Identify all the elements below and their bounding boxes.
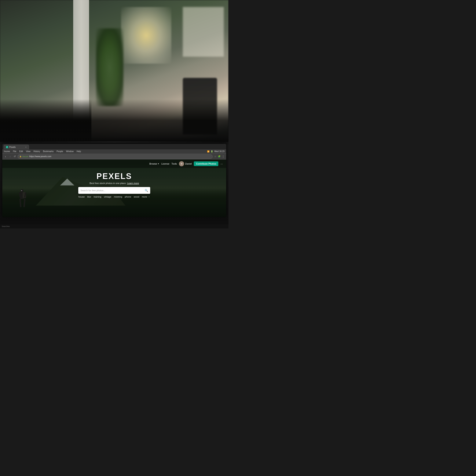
more-options-icon[interactable]: ⋮ bbox=[221, 155, 225, 158]
background-photo bbox=[0, 0, 228, 142]
wifi-icon: 📶 bbox=[207, 151, 209, 153]
browse-chevron-icon: ▼ bbox=[158, 163, 159, 165]
forward-button[interactable]: › bbox=[8, 155, 12, 158]
search-placeholder: Search for free photos... bbox=[80, 189, 143, 192]
menubar-right: 📶 🔋 Wed 16:15 bbox=[207, 150, 224, 153]
pexels-navbar: Browse ▼ License Tools D Daniel Contribu… bbox=[2, 159, 226, 168]
tab-favicon: P bbox=[6, 146, 8, 148]
toolbar-icons: ☆ 🧩 ⋮ bbox=[213, 155, 225, 158]
menu-view[interactable]: View bbox=[26, 150, 31, 153]
tag-training[interactable]: training bbox=[94, 195, 101, 198]
contribute-photos-button[interactable]: Contribute Photos bbox=[194, 161, 218, 166]
hero-subtitle: Best free stock photos in one place. Lea… bbox=[89, 182, 139, 185]
tag-wood[interactable]: wood bbox=[134, 195, 139, 198]
menu-history[interactable]: History bbox=[34, 150, 40, 153]
tag-more[interactable]: more → bbox=[142, 195, 150, 198]
clock: Wed 16:15 bbox=[214, 150, 224, 153]
bookmark-icon[interactable]: ☆ bbox=[213, 155, 217, 158]
url-text: https://www.pexels.com bbox=[29, 155, 51, 158]
avatar: D bbox=[179, 161, 184, 166]
browse-label: Browse bbox=[149, 162, 157, 165]
back-button[interactable]: ‹ bbox=[4, 155, 7, 158]
search-icon[interactable]: 🔍 bbox=[145, 189, 148, 192]
secure-icon: 🔒 bbox=[19, 155, 22, 157]
license-button[interactable]: License bbox=[161, 162, 170, 165]
search-tags-row: house blur training vintage meeting phon… bbox=[78, 195, 150, 198]
browser-window: P Pexels × hrome File Edit View History … bbox=[2, 144, 226, 217]
tab-title: Pexels bbox=[9, 146, 23, 148]
background-plant bbox=[96, 28, 123, 106]
tag-phone[interactable]: phone bbox=[125, 195, 131, 198]
background-window-right bbox=[183, 7, 224, 56]
address-bar[interactable]: 🔒 Secure https://www.pexels.com bbox=[17, 154, 213, 159]
tab-close-icon[interactable]: × bbox=[25, 146, 27, 149]
browser-tab[interactable]: P Pexels × bbox=[4, 145, 29, 149]
chrome-toolbar: ‹ › ↺ 🔒 Secure https://www.pexels.com ☆ … bbox=[2, 153, 226, 159]
tag-blur[interactable]: blur bbox=[87, 195, 91, 198]
refresh-button[interactable]: ↺ bbox=[13, 155, 17, 158]
menu-people[interactable]: People bbox=[56, 150, 63, 153]
extensions-icon[interactable]: 🧩 bbox=[218, 155, 221, 158]
user-name: Daniel bbox=[185, 162, 192, 165]
website-content: Browse ▼ License Tools D Daniel Contribu… bbox=[2, 159, 226, 217]
site-title: PEXELS bbox=[97, 172, 132, 181]
more-options-button[interactable]: ··· bbox=[221, 162, 223, 165]
tag-vintage[interactable]: vintage bbox=[104, 195, 111, 198]
battery-icon: 🔋 bbox=[211, 151, 213, 153]
user-profile[interactable]: D Daniel bbox=[179, 161, 192, 166]
tag-meeting[interactable]: meeting bbox=[114, 195, 122, 198]
tab-bar: P Pexels × bbox=[2, 144, 226, 149]
background-window-light bbox=[121, 7, 171, 64]
menu-help[interactable]: Help bbox=[77, 150, 81, 153]
menu-bookmarks[interactable]: Bookmarks bbox=[43, 150, 53, 153]
hero-content: PEXELS Best free stock photos in one pla… bbox=[2, 170, 226, 198]
browse-button[interactable]: Browse ▼ bbox=[149, 162, 159, 165]
menu-file[interactable]: File bbox=[13, 150, 16, 153]
menu-edit[interactable]: Edit bbox=[19, 150, 23, 153]
searches-label: Searches bbox=[2, 225, 10, 227]
tools-label: Tools bbox=[171, 162, 177, 165]
bottom-status: Searches bbox=[0, 224, 228, 228]
tools-button[interactable]: Tools bbox=[171, 162, 177, 165]
nav-right-group: Browse ▼ License Tools D Daniel Contribu… bbox=[149, 161, 223, 166]
license-label: License bbox=[161, 162, 170, 165]
search-container[interactable]: Search for free photos... 🔍 bbox=[78, 187, 150, 194]
menu-window[interactable]: Window bbox=[66, 150, 74, 153]
tag-house[interactable]: house bbox=[78, 195, 85, 198]
secure-label: Secure bbox=[22, 155, 29, 158]
app-name: hrome bbox=[4, 150, 10, 153]
learn-more-link[interactable]: Learn more bbox=[127, 182, 139, 185]
chrome-menubar: hrome File Edit View History Bookmarks P… bbox=[2, 149, 226, 153]
